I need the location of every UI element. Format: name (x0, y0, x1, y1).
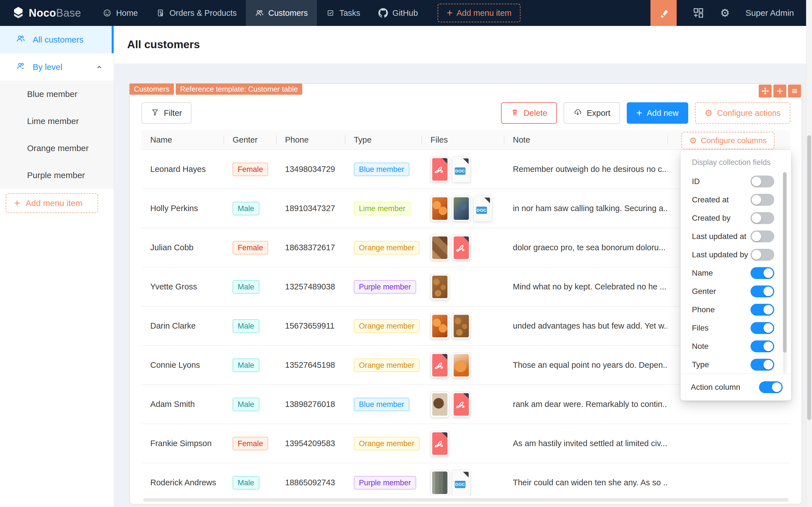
add-block-icon[interactable] (773, 84, 787, 98)
pdf-tile (432, 354, 447, 377)
add-new-button[interactable]: + Add new (627, 102, 688, 124)
configure-actions-button[interactable]: ⚙ Configure actions (695, 102, 790, 124)
sidebar-item-orange-member[interactable]: Orange member (0, 135, 114, 162)
image-thumbnail[interactable] (452, 313, 471, 339)
field-toggle-row-last-updated-at[interactable]: Last updated at (681, 227, 782, 245)
toggle-switch[interactable] (751, 176, 774, 187)
gender-cell: Male (224, 358, 276, 372)
configure-columns-button[interactable]: ⚙ Configure columns (682, 132, 774, 149)
member-type-tag: Blue member (354, 398, 410, 411)
toggle-switch[interactable] (751, 267, 774, 279)
user-menu[interactable]: Super Admin (746, 8, 794, 18)
horizontal-scrollbar[interactable] (143, 498, 789, 502)
table-row[interactable]: Roderick AndrewsMale18865092743Purple me… (141, 463, 790, 496)
plus-icon: + (636, 108, 642, 118)
gear-icon: ⚙ (689, 136, 697, 145)
phone-number: 13527645198 (276, 360, 345, 370)
drag-handle-icon[interactable] (759, 84, 772, 98)
doc-file-icon[interactable]: DOC (452, 470, 471, 496)
page-scrollbar[interactable] (806, 0, 812, 507)
sidebar-group-by-level[interactable]: By level (0, 53, 114, 80)
image-thumbnail[interactable] (452, 352, 471, 378)
ui-editor-button[interactable] (650, 0, 677, 26)
field-toggle-row-last-updated-by[interactable]: Last updated by (681, 245, 782, 264)
toggle-switch[interactable] (751, 340, 774, 352)
nav-item-github[interactable]: GitHub (369, 0, 427, 26)
sidebar-item-purple-member[interactable]: Purple member (0, 162, 114, 189)
gender-tag: Male (233, 319, 259, 333)
gender-cell: Female (224, 241, 276, 255)
pdf-file-icon[interactable] (431, 352, 449, 378)
image-thumbnail[interactable] (431, 391, 449, 417)
doc-file-icon[interactable]: DOC (473, 195, 492, 222)
delete-button[interactable]: Delete (501, 102, 557, 124)
toggle-switch[interactable] (751, 194, 774, 206)
settings-gear-button[interactable]: ⚙ (720, 8, 730, 18)
phone-number: 15673659911 (276, 321, 345, 331)
phone-number: 18865092743 (276, 478, 345, 487)
pdf-file-icon[interactable] (431, 431, 449, 457)
pdf-file-icon[interactable] (452, 235, 471, 261)
block-menu-icon[interactable] (788, 84, 801, 98)
toggle-switch[interactable] (751, 322, 774, 334)
sidebar-item-all-customers[interactable]: All customers (0, 26, 114, 53)
export-button[interactable]: Export (563, 102, 620, 124)
toggle-switch[interactable] (751, 231, 774, 242)
table-row[interactable]: Frankie SimpsonFemale13954209583Orange m… (141, 424, 790, 463)
dropdown-scrollbar[interactable] (783, 172, 787, 374)
customer-name: Frankie Simpson (141, 439, 224, 448)
toggle-switch[interactable] (751, 285, 774, 297)
image-thumbnail[interactable] (431, 235, 449, 261)
image-thumbnail[interactable] (431, 470, 449, 496)
nav-item-label: Customers (268, 8, 308, 18)
plugin-manager-button[interactable] (693, 7, 704, 19)
files-cell: DOC (422, 156, 504, 182)
field-toggle-row-note[interactable]: Note (681, 337, 782, 355)
page-scrollbar-thumb[interactable] (807, 135, 811, 420)
column-header-genter: Genter (224, 135, 276, 145)
image-thumbnail[interactable] (431, 313, 449, 339)
doc-file-icon[interactable]: DOC (452, 156, 471, 182)
field-toggle-row-created-by[interactable]: Created by (681, 209, 782, 227)
navbar-add-menu-item-button[interactable]: + Add menu item (438, 4, 521, 22)
filter-button[interactable]: Filter (141, 102, 192, 124)
nav-item-orders-products[interactable]: Orders & Products (147, 0, 246, 26)
action-column-toggle[interactable] (759, 381, 783, 393)
field-toggle-row-files[interactable]: Files (681, 319, 782, 337)
toggle-switch[interactable] (751, 249, 774, 261)
nocobase-logo[interactable]: NocoBase (0, 6, 81, 20)
field-toggle-row-id[interactable]: ID (681, 172, 782, 190)
action-column-row[interactable]: Action column (681, 374, 791, 400)
sidebar-item-blue-member[interactable]: Blue member (0, 80, 114, 108)
field-toggle-row-name[interactable]: Name (681, 264, 782, 282)
toggle-switch[interactable] (751, 212, 774, 224)
pdf-file-icon[interactable] (452, 391, 471, 417)
sidebar-item-lime-member[interactable]: Lime member (0, 108, 114, 135)
doc-tile: DOC (454, 471, 469, 494)
field-toggle-row-genter[interactable]: Genter (681, 282, 782, 300)
nav-item-tasks[interactable]: Tasks (317, 0, 369, 26)
nocobase-app: NocoBase HomeOrders & ProductsCustomersT… (0, 0, 812, 507)
field-toggle-row-created-at[interactable]: Created at (681, 190, 782, 209)
image-thumbnail[interactable] (431, 274, 449, 300)
sidebar-add-menu-item-button[interactable]: + Add menu item (6, 193, 98, 213)
customer-name: Leonard Hayes (141, 165, 224, 174)
nav-item-label: GitHub (392, 8, 418, 18)
field-toggle-row-type[interactable]: Type (681, 355, 782, 374)
dropdown-title: Display collection fields (681, 150, 791, 167)
field-toggle-row-phone[interactable]: Phone (681, 300, 782, 319)
image-thumbnail[interactable] (431, 195, 449, 222)
column-header-name: Name (141, 135, 224, 145)
toggle-switch[interactable] (751, 359, 774, 371)
home-icon (103, 8, 112, 17)
doc-tile: DOC (475, 197, 490, 220)
pdf-file-icon[interactable] (431, 156, 449, 182)
image-thumbnail[interactable] (452, 195, 471, 222)
toggle-switch[interactable] (751, 304, 774, 316)
nav-item-home[interactable]: Home (94, 0, 147, 26)
sidebar-sub-menu: Blue memberLime memberOrange memberPurpl… (0, 80, 114, 189)
nav-item-customers[interactable]: Customers (246, 0, 317, 26)
field-label: Name (692, 269, 713, 278)
gender-tag: Male (233, 280, 259, 294)
dropdown-scrollbar-thumb[interactable] (783, 172, 787, 352)
